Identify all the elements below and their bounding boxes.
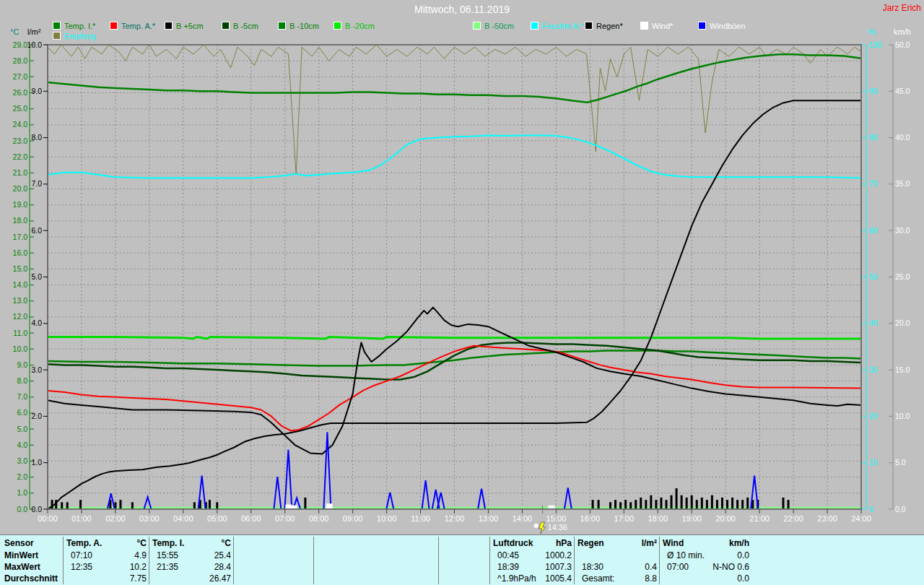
celsius-tick-label: 3.0	[17, 456, 27, 465]
table-value: 7.75	[130, 573, 147, 584]
hour-axis-label: 10:00	[377, 514, 397, 523]
wind-gust-spike	[478, 489, 485, 509]
hour-axis-label: 09:00	[343, 514, 363, 523]
rain-interval-bar	[721, 498, 723, 509]
table-row-label: Durchschnitt	[4, 573, 58, 584]
table-value: 0.0	[737, 550, 749, 560]
wind-gust-spike	[422, 480, 430, 509]
hour-axis-label: 03:00	[139, 514, 160, 523]
hour-axis-label: 11:00	[411, 514, 430, 523]
wind-gust-spike	[437, 493, 445, 509]
rain-interval-bar	[79, 500, 82, 509]
rain-interval-bar	[609, 502, 611, 509]
table-row-label: Sensor	[4, 538, 34, 548]
rain-interval-bar	[304, 498, 306, 509]
rain-interval-bar	[640, 498, 642, 509]
humidity-tick-label: 10	[869, 458, 878, 467]
rain-tick-label: 7.0	[31, 179, 42, 188]
celsius-tick-label: 18.0	[13, 216, 28, 225]
hour-axis-label: 17:00	[614, 514, 635, 523]
table-value-time: 00:45	[497, 550, 519, 560]
table-value-time: 18:39	[497, 562, 519, 572]
table-value-time: 21:35	[157, 562, 178, 572]
wind-gust-spike	[565, 488, 572, 509]
hour-axis-label: 14:00	[513, 514, 533, 523]
table-column-divider	[438, 537, 439, 584]
table-sensor-name: Temp. A.	[66, 538, 102, 548]
celsius-tick-label: 23.0	[13, 136, 28, 145]
table-sensor-unit: hPa	[556, 538, 572, 548]
celsius-tick-label: 9.0	[17, 360, 27, 369]
statistics-table: SensorMinWertMaxWertDurchschnittTemp. A.…	[0, 534, 924, 585]
rain-interval-bar	[788, 500, 790, 509]
hour-axis-label: 06:00	[241, 514, 261, 523]
table-column-divider	[63, 537, 64, 584]
celsius-tick-label: 12.0	[13, 312, 28, 321]
rain-interval-bar	[119, 500, 121, 509]
celsius-tick-label: 5.0	[17, 425, 27, 433]
rain-tick-label: 4.0	[31, 318, 42, 327]
table-sensor-unit: °C	[137, 538, 147, 548]
windspeed-tick-label: 45.0	[895, 87, 910, 95]
rain-interval-bar	[681, 495, 683, 509]
rain-interval-bar	[216, 502, 218, 509]
table-row-label: MinWert	[4, 550, 38, 560]
rain-interval-bar	[665, 500, 667, 509]
rain-interval-bar	[655, 500, 657, 509]
celsius-tick-label: 7.0	[17, 392, 27, 401]
rain-tick-label: 8.0	[31, 133, 42, 142]
rain-interval-bar	[726, 500, 728, 509]
table-value: 26.47	[209, 573, 231, 584]
rain-tick-label: 6.0	[31, 226, 42, 235]
weather-chart: 0.01.02.03.04.05.06.07.08.09.010.011.012…	[0, 0, 924, 534]
wind-gust-spike	[751, 476, 758, 509]
hour-axis-label: 23:00	[817, 514, 837, 523]
rain-interval-bar	[55, 500, 57, 509]
rain-interval-bar	[635, 500, 637, 509]
table-value: 0.4	[645, 562, 657, 572]
celsius-tick-label: 15.0	[13, 264, 28, 273]
rain-interval-bar	[598, 500, 600, 509]
celsius-tick-label: 22.0	[13, 152, 28, 161]
rain-interval-bar	[61, 502, 63, 509]
wind-gust-spike	[323, 432, 331, 509]
table-value-time: 18:30	[582, 562, 603, 572]
rain-interval-bar	[686, 498, 688, 509]
rain-interval-bar	[741, 500, 744, 509]
table-value: 1000.2	[545, 550, 572, 560]
windspeed-tick-label: 35.0	[895, 179, 910, 188]
table-value-time: ^1.9hPa/h	[497, 573, 536, 584]
wind-gust-spike	[284, 450, 292, 509]
table-value-time: Gesamt:	[582, 573, 614, 584]
celsius-tick-label: 16.0	[13, 248, 28, 257]
celsius-tick-label: 17.0	[13, 233, 28, 241]
humidity-tick-label: 70	[869, 179, 878, 188]
rain-interval-bar	[629, 502, 632, 509]
rain-interval-bar	[782, 498, 784, 509]
table-value: 25.4	[214, 550, 231, 560]
celsius-tick-label: 0.0	[17, 505, 27, 514]
rain-interval-bar	[624, 500, 627, 509]
celsius-tick-label: 1.0	[17, 488, 27, 497]
table-value: 28.4	[214, 562, 231, 572]
windspeed-tick-label: 10.0	[895, 412, 910, 420]
celsius-tick-label: 21.0	[13, 168, 28, 177]
humidity-tick-label: 20	[869, 412, 878, 420]
windspeed-tick-label: 0.0	[895, 505, 906, 514]
rain-interval-bar	[650, 495, 652, 509]
hour-axis-label: 18:00	[648, 514, 668, 523]
series-b_minus20	[48, 337, 861, 339]
rain-interval-bar	[731, 498, 733, 509]
celsius-tick-label: 4.0	[17, 441, 27, 449]
rain-tick-label: 10.0	[27, 40, 43, 49]
table-value: 1005.4	[545, 573, 572, 584]
table-sensor-name: Luftdruck	[493, 538, 533, 548]
rain-interval-bar	[131, 502, 134, 509]
rain-tick-label: 1.0	[31, 458, 42, 467]
hour-axis-label: 24:00	[851, 514, 871, 523]
rain-interval-bar	[706, 500, 708, 509]
hour-axis-label: 01:00	[71, 514, 92, 523]
celsius-tick-label: 27.0	[13, 72, 28, 81]
humidity-tick-label: 0	[869, 505, 873, 514]
table-row-label: MaxWert	[4, 562, 40, 572]
